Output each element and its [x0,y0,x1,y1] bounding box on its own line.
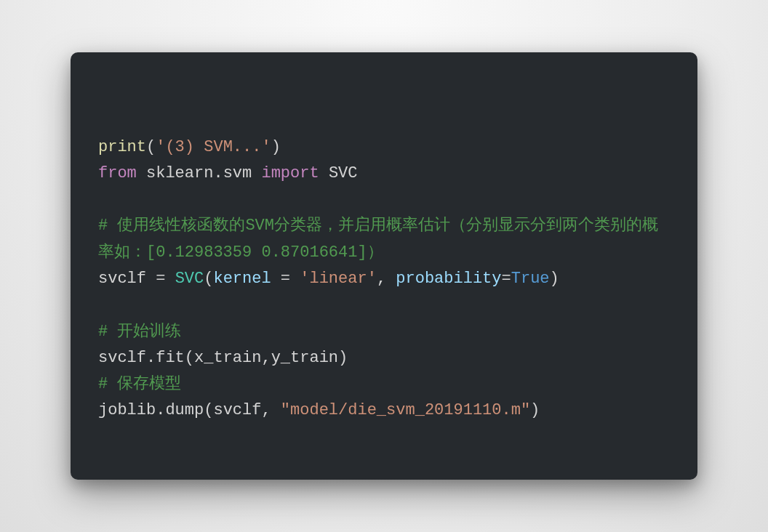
code-token: kernel [213,270,271,288]
code-token: ( [146,138,156,156]
code-token: , [377,270,396,288]
code-token: "model/die_svm_20191110.m" [281,401,530,419]
code-token: probability [396,270,501,288]
code-token [137,164,146,182]
code-token: svclf = [98,270,175,288]
code-token: print [98,138,146,156]
code-token: True [511,270,550,288]
code-token: # 保存模型 [98,375,181,393]
code-token: SVC [329,164,358,182]
code-token: ) [550,270,559,288]
code-block: print('(3) SVM...') from sklearn.svm imp… [98,134,670,424]
code-token: ) [271,138,281,156]
code-token: ) [530,401,540,419]
code-token: import [261,164,319,182]
code-card: print('(3) SVM...') from sklearn.svm imp… [71,52,697,480]
code-token: svclf.fit(x_train,y_train) [98,349,348,367]
code-token: # 开始训练 [98,323,181,341]
code-token: from [98,164,137,182]
code-token: sklearn.svm [146,164,252,182]
code-token: joblib.dump(svclf, [98,401,281,419]
code-token [319,164,329,182]
code-token: # 使用线性核函数的SVM分类器，并启用概率估计（分别显示分到两个类别的概率如：… [98,217,658,261]
code-token [252,164,261,182]
code-token: '(3) SVM...' [156,138,271,156]
code-token: = [502,270,511,288]
code-token: 'linear' [300,270,377,288]
code-token: SVC [175,270,204,288]
code-token: ( [204,270,213,288]
code-token: = [271,270,300,288]
